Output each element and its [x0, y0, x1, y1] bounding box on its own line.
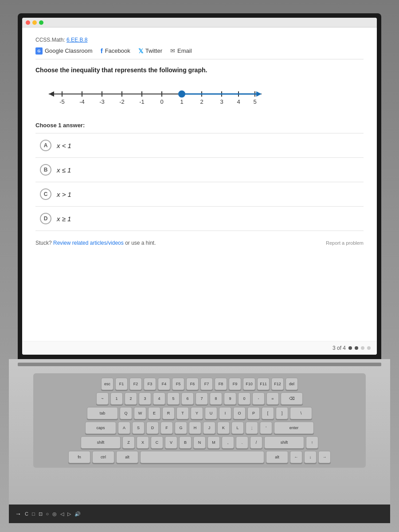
- key-a[interactable]: A: [118, 422, 130, 434]
- key-rbracket[interactable]: ]: [276, 407, 288, 419]
- key-5[interactable]: 5: [167, 392, 180, 405]
- key-u[interactable]: U: [205, 407, 217, 419]
- key-lbracket[interactable]: [: [262, 407, 274, 419]
- key-alt-right[interactable]: alt: [266, 451, 288, 463]
- key-2[interactable]: 2: [125, 392, 137, 405]
- page-dot-1: [348, 346, 352, 350]
- key-k[interactable]: K: [217, 422, 230, 434]
- key-quote[interactable]: ': [260, 422, 272, 434]
- key-j[interactable]: J: [203, 422, 215, 434]
- key-s[interactable]: S: [132, 422, 145, 434]
- key-7[interactable]: 7: [196, 392, 208, 405]
- google-classroom-share[interactable]: G Google Classroom: [35, 47, 93, 55]
- choice-circle-b: B: [40, 164, 51, 176]
- key-f2[interactable]: F2: [129, 378, 142, 390]
- key-backspace[interactable]: ⌫: [281, 392, 303, 405]
- key-z[interactable]: Z: [122, 436, 135, 449]
- key-3[interactable]: 3: [139, 392, 151, 405]
- key-equal[interactable]: =: [266, 392, 279, 405]
- taskbar-search-button[interactable]: ◎: [52, 511, 57, 517]
- taskbar-volume[interactable]: 🔊: [74, 511, 81, 517]
- key-space[interactable]: [140, 451, 264, 463]
- key-l[interactable]: L: [231, 422, 244, 434]
- key-period[interactable]: .: [236, 436, 248, 449]
- key-9[interactable]: 9: [224, 392, 236, 405]
- laptop-outer: CCSS.Math: 6.EE.B.8 G Google Classroom f…: [0, 0, 399, 532]
- key-f[interactable]: F: [160, 422, 173, 434]
- key-f3[interactable]: F3: [144, 378, 156, 390]
- answer-choice-d[interactable]: D x ≥ 1: [35, 207, 364, 231]
- taskbar-vol-up[interactable]: ▷: [67, 511, 71, 517]
- key-d[interactable]: D: [146, 422, 159, 434]
- key-4[interactable]: 4: [153, 392, 165, 405]
- key-backslash[interactable]: \: [290, 407, 312, 419]
- key-n[interactable]: N: [193, 436, 206, 449]
- key-semicolon[interactable]: ;: [246, 422, 258, 434]
- key-y[interactable]: Y: [191, 407, 203, 419]
- key-f5[interactable]: F5: [172, 378, 184, 390]
- key-comma[interactable]: ,: [222, 436, 234, 449]
- key-x[interactable]: X: [137, 436, 149, 449]
- key-h[interactable]: H: [189, 422, 201, 434]
- key-q[interactable]: Q: [120, 407, 132, 419]
- key-f6[interactable]: F6: [186, 378, 199, 390]
- key-f7[interactable]: F7: [200, 378, 213, 390]
- report-link[interactable]: Report a problem: [326, 240, 364, 246]
- key-f1[interactable]: F1: [115, 378, 128, 390]
- key-o[interactable]: O: [233, 407, 246, 419]
- taskbar-double-square[interactable]: ⊡: [39, 511, 43, 517]
- key-c[interactable]: C: [151, 436, 163, 449]
- key-8[interactable]: 8: [210, 392, 222, 405]
- key-w[interactable]: W: [134, 407, 146, 419]
- key-0[interactable]: 0: [238, 392, 250, 405]
- key-i[interactable]: I: [219, 407, 231, 419]
- svg-text:-4: -4: [79, 98, 85, 105]
- key-up[interactable]: ↑: [306, 436, 318, 449]
- key-tab[interactable]: tab: [87, 407, 118, 419]
- key-fn[interactable]: fn: [68, 451, 90, 463]
- taskbar-circle[interactable]: ○: [46, 511, 49, 516]
- key-ctrl[interactable]: ctrl: [92, 451, 114, 463]
- key-t[interactable]: T: [176, 407, 189, 419]
- key-caps[interactable]: caps: [85, 422, 116, 434]
- taskbar-vol-down[interactable]: ◁: [60, 511, 64, 517]
- key-enter[interactable]: enter: [274, 422, 314, 434]
- email-share[interactable]: ✉ Email: [170, 47, 192, 54]
- key-p[interactable]: P: [247, 407, 260, 419]
- key-alt[interactable]: alt: [116, 451, 138, 463]
- key-esc[interactable]: esc: [101, 378, 113, 390]
- key-f12[interactable]: F12: [271, 378, 284, 390]
- key-f10[interactable]: F10: [243, 378, 255, 390]
- taskbar-back-arrow[interactable]: →: [15, 510, 21, 517]
- key-shift-left[interactable]: shift: [81, 436, 121, 449]
- answer-choice-a[interactable]: A x < 1: [35, 133, 364, 158]
- key-f4[interactable]: F4: [158, 378, 170, 390]
- key-b[interactable]: B: [179, 436, 192, 449]
- key-slash[interactable]: /: [250, 436, 262, 449]
- facebook-share[interactable]: f Facebook: [101, 47, 130, 55]
- key-f8[interactable]: F8: [215, 378, 227, 390]
- taskbar-c-button[interactable]: C: [25, 511, 28, 516]
- key-del[interactable]: del: [286, 378, 298, 390]
- answer-choice-c[interactable]: C x > 1: [35, 182, 364, 207]
- taskbar-square-button[interactable]: □: [32, 511, 35, 516]
- key-6[interactable]: 6: [181, 392, 194, 405]
- review-link[interactable]: Review related articles/videos: [53, 240, 124, 246]
- key-m[interactable]: M: [207, 436, 220, 449]
- key-left[interactable]: ←: [290, 451, 302, 463]
- key-f9[interactable]: F9: [229, 378, 241, 390]
- ccss-link[interactable]: 6.EE.B.8: [66, 37, 87, 43]
- key-tilde[interactable]: ~: [96, 392, 109, 405]
- twitter-share[interactable]: 𝕏 Twitter: [138, 47, 162, 55]
- key-g[interactable]: G: [175, 422, 187, 434]
- key-minus[interactable]: -: [252, 392, 265, 405]
- key-down[interactable]: ↓: [304, 451, 317, 463]
- key-shift-right[interactable]: shift: [264, 436, 304, 449]
- answer-choice-b[interactable]: B x ≤ 1: [35, 158, 364, 182]
- key-right[interactable]: →: [318, 451, 331, 463]
- key-1[interactable]: 1: [110, 392, 123, 405]
- key-v[interactable]: V: [165, 436, 177, 449]
- key-e[interactable]: E: [148, 407, 160, 419]
- key-r[interactable]: R: [162, 407, 175, 419]
- key-f11[interactable]: F11: [257, 378, 270, 390]
